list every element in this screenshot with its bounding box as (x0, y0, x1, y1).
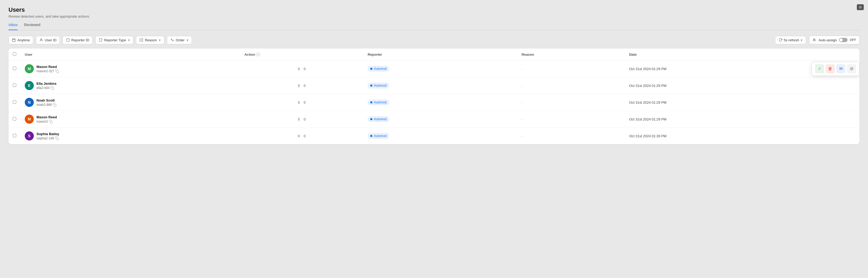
action-cell-2: 0 0 (240, 94, 363, 111)
reporter-cell-0: Automod (363, 60, 517, 77)
user-name-1: Ella Jenkins (36, 82, 56, 86)
row-checkbox-2[interactable] (13, 100, 16, 104)
copy-icon-2[interactable] (53, 103, 56, 107)
right-controls: 5s refresh ▾ Auto-assign OFF (775, 36, 860, 44)
svg-rect-0 (12, 39, 16, 41)
page-subtitle: Review detected users, and take appropri… (8, 15, 860, 19)
select-all-checkbox[interactable] (13, 52, 16, 56)
user-cell-1: E Ella Jenkins ella2-944 (21, 77, 240, 94)
reporter-cell-2: Automod (363, 94, 517, 111)
reporter-badge-4: Automod (368, 133, 389, 139)
copy-icon-0[interactable] (55, 69, 59, 73)
sidebar-toggle-button[interactable]: ⊟ (857, 4, 864, 10)
user-info-2: Noah Scott noah2-988 (36, 99, 56, 107)
user-info-0: Mason Reed mason2-327 (36, 65, 59, 73)
row-checkbox-4[interactable] (13, 134, 16, 137)
date-cell-4: Oct 31st 2024 01:28 PM (625, 128, 860, 144)
filters-row: Anytime User ID Reporter ID Reporter Typ… (8, 36, 860, 44)
user-icon (39, 38, 43, 42)
filter-order[interactable]: Order ▾ (167, 36, 192, 44)
calendar-icon (12, 38, 16, 42)
row-checkbox-cell-1 (8, 77, 21, 94)
action-right-1: 0 (304, 84, 306, 88)
row-checkbox-cell-4 (8, 128, 21, 144)
filter-reason[interactable]: Reason ▾ (136, 36, 164, 44)
action-right-4: 0 (304, 134, 306, 138)
table-row: N Noah Scott noah2-988 0 0 (8, 94, 860, 111)
row-checkbox-cell-3 (8, 111, 21, 128)
header-action: Action i (240, 49, 363, 60)
reason-value-1: - (522, 84, 523, 88)
copy-icon-4[interactable] (55, 136, 59, 140)
action-cell-4: 0 0 (240, 128, 363, 144)
user-cell-0: M Mason Reed mason2-327 (21, 60, 240, 77)
date-cell-1: Oct 31st 2024 01:29 PM (625, 77, 860, 94)
user-name-4: Sophia Bailey (36, 132, 59, 136)
tab-inbox[interactable]: Inbox (8, 23, 18, 30)
person-assign-icon (813, 38, 816, 42)
username-1: ella2-944 (36, 86, 50, 90)
header-user: User (21, 49, 240, 60)
user-id-row-2: noah2-988 (36, 103, 56, 107)
user-id-row-4: sophia2-146 (36, 136, 59, 140)
table-row: M Mason Reed mason2 0 0 A (8, 111, 860, 128)
chevron-refresh: ▾ (801, 38, 803, 42)
user-info-3: Mason Reed mason2 (36, 115, 57, 123)
dismiss-action-btn[interactable]: ⊘ (847, 64, 856, 73)
filter-reporter-id[interactable]: Reporter ID (63, 36, 93, 44)
filter-reporter-type[interactable]: Reporter Type ▾ (95, 36, 133, 44)
reason-cell-4: - (518, 128, 625, 144)
user-name-0: Mason Reed (36, 65, 59, 69)
action-popup: ✓🗑✉⊘ (812, 62, 860, 76)
action-cell-3: 0 0 (240, 111, 363, 128)
svg-point-4 (41, 39, 42, 40)
row-checkbox-1[interactable] (13, 83, 16, 87)
users-table: User Action i Reporter Reason Date M (8, 49, 860, 144)
approve-action-btn[interactable]: ✓ (815, 64, 824, 73)
avatar-1: E (25, 81, 34, 90)
filter-anytime[interactable]: Anytime (8, 36, 33, 44)
action-info-icon[interactable]: i (256, 53, 260, 56)
auto-assign-toggle[interactable] (839, 38, 847, 42)
refresh-button[interactable]: 5s refresh ▾ (775, 36, 806, 44)
reporter-label-3: Automod (374, 117, 386, 121)
action-left-0: 0 (298, 67, 300, 71)
reason-icon (140, 38, 143, 42)
avatar-2: N (25, 98, 34, 107)
copy-icon-3[interactable] (49, 120, 53, 123)
user-id-row-1: ella2-944 (36, 86, 56, 90)
tabs-container: Inbox Reviewed (8, 23, 860, 30)
user-cell-4: S Sophia Bailey sophia2-146 (21, 128, 240, 144)
reason-value-4: - (522, 134, 523, 138)
reason-cell-3: - (518, 111, 625, 128)
reason-cell-0: - (518, 60, 625, 77)
user-cell-2: N Noah Scott noah2-988 (21, 94, 240, 111)
tab-reviewed[interactable]: Reviewed (24, 23, 40, 30)
svg-rect-10 (54, 104, 56, 106)
message-action-btn[interactable]: ✉ (836, 64, 845, 73)
action-cell-0: 0 0 (240, 60, 363, 77)
delete-action-btn[interactable]: 🗑 (826, 64, 835, 73)
row-checkbox-cell-0 (8, 60, 21, 77)
order-icon (170, 38, 174, 42)
reporter-label-0: Automod (374, 67, 386, 71)
row-checkbox-3[interactable] (13, 117, 16, 120)
table-row: S Sophia Bailey sophia2-146 0 0 (8, 128, 860, 144)
auto-assign-button[interactable]: Auto-assign OFF (809, 36, 860, 44)
svg-rect-8 (57, 71, 59, 73)
username-0: mason2-327 (36, 69, 54, 73)
action-cell-1: 0 0 (240, 77, 363, 94)
shield-2-icon (99, 38, 102, 42)
copy-icon-1[interactable] (51, 86, 54, 90)
avatar-3: M (25, 115, 34, 124)
user-id-row-0: mason2-327 (36, 69, 59, 73)
row-checkbox-cell-2 (8, 94, 21, 111)
reporter-label-2: Automod (374, 101, 386, 104)
reporter-cell-4: Automod (363, 128, 517, 144)
svg-rect-12 (56, 138, 59, 140)
row-checkbox-0[interactable] (13, 67, 16, 70)
action-right-2: 0 (304, 101, 306, 105)
header-reporter: Reporter (363, 49, 517, 60)
filter-user-id[interactable]: User ID (36, 36, 60, 44)
user-id-row-3: mason2 (36, 120, 57, 123)
